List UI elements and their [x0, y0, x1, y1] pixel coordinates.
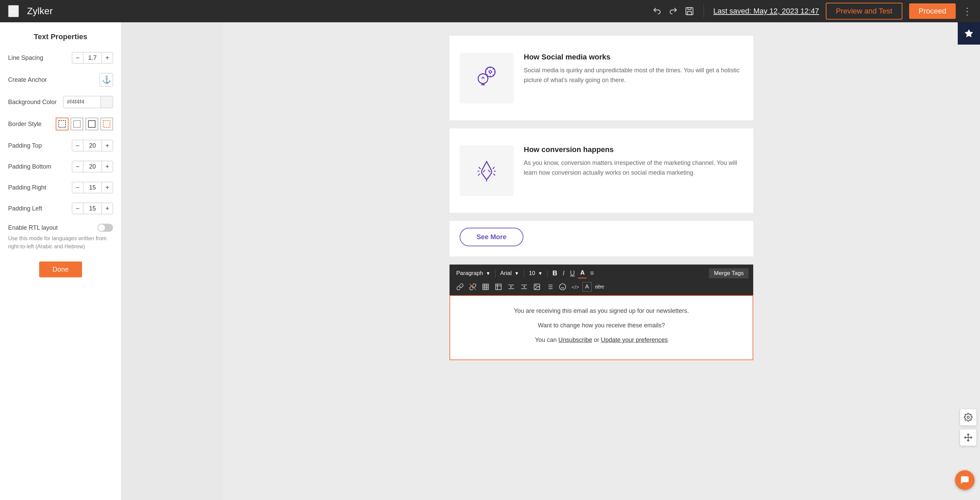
unlink-button[interactable]: [467, 282, 479, 292]
padding-bottom-plus[interactable]: +: [102, 161, 113, 172]
indent-button[interactable]: [506, 282, 517, 292]
line-spacing-minus[interactable]: −: [72, 52, 83, 64]
rtl-description: Use this mode for languages written from…: [8, 235, 113, 251]
save-button[interactable]: [685, 6, 694, 16]
italic-button[interactable]: I: [560, 268, 566, 278]
border-colored-btn[interactable]: [100, 118, 113, 130]
social-media-description: Social media is quirky and unpredictable…: [524, 65, 743, 85]
anchor-button[interactable]: ⚓: [100, 73, 113, 86]
border-style-label: Border Style: [8, 121, 56, 128]
rtl-row: Enable RTL layout Use this mode for lang…: [8, 224, 113, 251]
border-style-row: Border Style: [8, 118, 113, 130]
svg-line-18: [479, 167, 480, 169]
padding-right-plus[interactable]: +: [102, 182, 113, 193]
content-item-conversion: How conversion happens As you know, conv…: [460, 139, 743, 203]
svg-line-17: [487, 74, 488, 75]
line-spacing-plus[interactable]: +: [102, 52, 113, 64]
editor-section: Paragraph ▼ Arial ▼ 10 ▼ B I: [450, 265, 753, 360]
move-float-button[interactable]: [960, 429, 977, 446]
chat-float-button[interactable]: [955, 470, 975, 490]
align-button[interactable]: ≡: [588, 268, 596, 278]
list-button[interactable]: [544, 282, 555, 292]
line-spacing-control: − 1.7 +: [72, 52, 113, 64]
format-select[interactable]: Paragraph ▼: [454, 268, 492, 278]
svg-rect-1: [59, 121, 65, 127]
svg-rect-31: [496, 284, 501, 290]
border-solid-btn[interactable]: [85, 118, 98, 130]
content-item-social-media: How Social media works Social media is q…: [460, 46, 743, 110]
svg-line-14: [487, 69, 488, 70]
padding-top-plus[interactable]: +: [102, 140, 113, 151]
bg-color-text-input[interactable]: [64, 97, 100, 107]
main-container: Text Properties Line Spacing − 1.7 + Cre…: [0, 22, 980, 500]
bold-button[interactable]: B: [550, 268, 559, 278]
svg-point-8: [485, 67, 495, 77]
text-properties-panel: Text Properties Line Spacing − 1.7 + Cre…: [0, 22, 121, 500]
svg-rect-4: [103, 121, 110, 127]
editor-line-3: You can Unsubscribe or Update your prefe…: [464, 335, 739, 345]
outdent-button[interactable]: [519, 282, 530, 292]
font-select[interactable]: Arial ▼: [498, 268, 521, 278]
line-spacing-label: Line Spacing: [8, 54, 72, 61]
content-section-1: How Social media works Social media is q…: [450, 36, 753, 120]
topbar: ← Zylker Last saved: May 12, 2023 12:47 …: [0, 0, 980, 22]
undo-button[interactable]: [652, 6, 662, 16]
svg-marker-52: [965, 29, 973, 37]
padding-bottom-value: 20: [83, 161, 102, 172]
image-button[interactable]: [531, 282, 542, 292]
padding-bottom-row: Padding Bottom − 20 +: [8, 161, 113, 172]
update-preferences-link[interactable]: Update your preferences: [601, 337, 668, 343]
table-button[interactable]: [480, 282, 492, 292]
border-dotted-btn[interactable]: [70, 118, 83, 130]
see-more-button[interactable]: See More: [460, 228, 523, 246]
bg-color-row: Background Color: [8, 96, 113, 108]
padding-bottom-label: Padding Bottom: [8, 163, 72, 170]
padding-left-plus[interactable]: +: [102, 203, 113, 214]
settings-float-button[interactable]: [960, 409, 977, 426]
font-color-button[interactable]: A: [578, 268, 587, 278]
padding-right-label: Padding Right: [8, 184, 72, 191]
editor-line-1: You are receiving this email as you sign…: [464, 306, 739, 316]
link-button[interactable]: [454, 282, 466, 292]
padding-bottom-minus[interactable]: −: [72, 161, 83, 172]
svg-line-19: [493, 167, 495, 169]
svg-line-23: [493, 174, 495, 175]
padding-right-row: Padding Right − 15 +: [8, 182, 113, 193]
content-section-2: How conversion happens As you know, conv…: [450, 128, 753, 213]
social-media-content: How Social media works Social media is q…: [524, 53, 743, 85]
highlight-button[interactable]: A: [582, 282, 592, 292]
border-dashed-btn[interactable]: [56, 118, 68, 130]
strikethrough-button[interactable]: abc: [593, 282, 606, 292]
bg-color-swatch[interactable]: [100, 96, 113, 108]
padding-top-label: Padding Top: [8, 142, 72, 149]
size-select[interactable]: 10 ▼: [527, 268, 545, 278]
merge-tags-button[interactable]: Merge Tags: [709, 268, 748, 278]
social-media-icon-box: [460, 53, 514, 103]
create-anchor-row: Create Anchor ⚓: [8, 73, 113, 86]
back-button[interactable]: ←: [8, 5, 19, 17]
more-options-icon[interactable]: ⋮: [963, 6, 972, 17]
editor-content[interactable]: You are receiving this email as you sign…: [450, 295, 753, 360]
emoji-button[interactable]: [557, 282, 568, 292]
redo-button[interactable]: [668, 6, 678, 16]
table2-button[interactable]: [493, 282, 504, 292]
social-media-title: How Social media works: [524, 53, 743, 61]
svg-point-46: [560, 284, 566, 290]
preview-button[interactable]: Preview and Test: [826, 3, 902, 19]
bg-color-input-group[interactable]: [63, 96, 113, 108]
code-button[interactable]: </>: [570, 283, 581, 291]
svg-rect-26: [483, 284, 488, 290]
bg-color-label: Background Color: [8, 99, 63, 106]
padding-right-value: 15: [83, 182, 102, 193]
svg-line-15: [493, 74, 494, 75]
done-button[interactable]: Done: [39, 262, 82, 277]
proceed-button[interactable]: Proceed: [909, 3, 956, 19]
svg-rect-2: [73, 121, 80, 127]
star-button[interactable]: [958, 22, 980, 45]
underline-button[interactable]: U: [568, 268, 577, 278]
padding-right-minus[interactable]: −: [72, 182, 83, 193]
padding-top-minus[interactable]: −: [72, 140, 83, 151]
rtl-toggle[interactable]: [97, 224, 113, 232]
unsubscribe-link[interactable]: Unsubscribe: [558, 337, 592, 343]
padding-left-minus[interactable]: −: [72, 203, 83, 214]
